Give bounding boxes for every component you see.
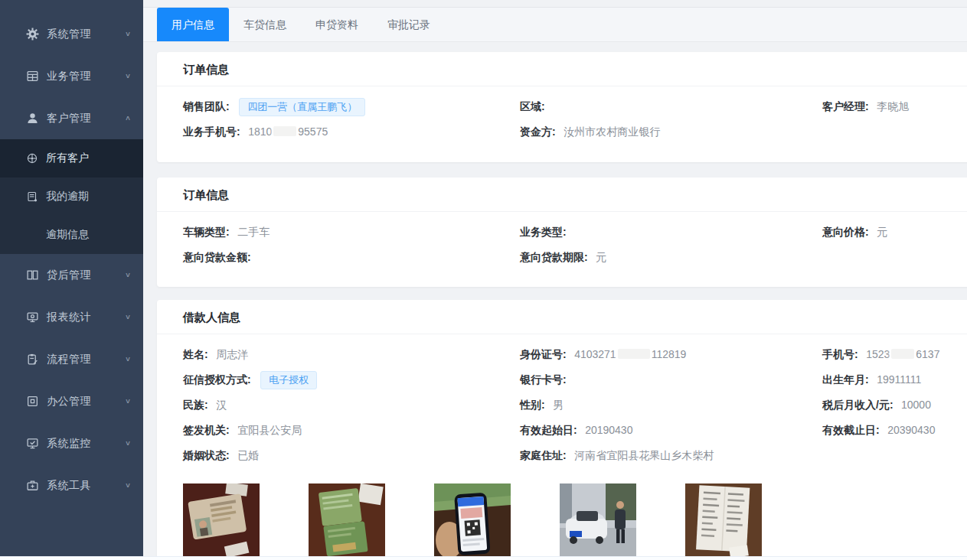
- field-value: 汉: [216, 399, 227, 411]
- field-value: 二手车: [237, 226, 270, 238]
- nested-square-icon: [26, 395, 39, 408]
- monitor-icon: [26, 311, 39, 324]
- tab-user-info[interactable]: 用户信息: [157, 8, 229, 41]
- chevron-down-icon: [125, 397, 131, 405]
- sidebar-item-system-management[interactable]: 系统管理: [0, 13, 143, 55]
- field-label: 销售团队:: [183, 100, 230, 112]
- field-label: 有效起始日:: [520, 424, 577, 436]
- field-valid-from: 有效起始日: 20190430: [520, 423, 822, 438]
- field-value: 元: [877, 226, 887, 238]
- sidebar-item-label: 系统工具: [47, 479, 125, 493]
- sidebar-item-all-customers[interactable]: 所有客户: [0, 139, 143, 177]
- credit-auth-tag: 电子授权: [260, 371, 317, 389]
- chevron-down-icon: [125, 313, 131, 321]
- field-funder: 资金方: 汝州市农村商业银行: [520, 125, 822, 139]
- field-gender: 性别: 男: [520, 398, 822, 412]
- field-label: 银行卡号:: [520, 373, 567, 386]
- sidebar-item-overdue-info[interactable]: 逾期信息: [0, 216, 143, 254]
- tab-car-loan-info[interactable]: 车贷信息: [229, 8, 301, 41]
- field-valid-to: 有效截止日: 20390430: [822, 423, 967, 438]
- sidebar-item-office-management[interactable]: 办公管理: [0, 380, 143, 422]
- sidebar-item-label: 贷后管理: [47, 269, 125, 282]
- chevron-down-icon: [125, 481, 131, 489]
- sidebar-item-process-management[interactable]: 流程管理: [0, 338, 143, 380]
- field-value: 4103271112819: [574, 348, 686, 360]
- chevron-down-icon: [125, 439, 131, 447]
- chevron-down-icon: [125, 271, 131, 278]
- field-label: 婚姻状态:: [183, 449, 230, 461]
- field-sales-team: 销售团队: 四团一营（直属王鹏飞）: [183, 98, 520, 116]
- field-label: 意向贷款金额:: [183, 251, 251, 263]
- field-label: 意向贷款期限:: [520, 251, 588, 263]
- field-value: 男: [553, 399, 564, 411]
- field-label: 业务手机号:: [183, 125, 240, 138]
- detail-tabbar: 用户信息 车贷信息 申贷资料 审批记录: [143, 7, 967, 42]
- card-title: 借款人信息: [157, 300, 967, 334]
- sidebar-item-label: 报表统计: [47, 311, 125, 324]
- sidebar-item-business-management[interactable]: 业务管理: [0, 55, 143, 97]
- field-business-phone: 业务手机号: 181095575: [183, 125, 520, 139]
- sidebar-item-customer-management[interactable]: 客户管理: [0, 97, 143, 139]
- tab-approval-records[interactable]: 审批记录: [373, 8, 445, 41]
- loan-intent-card: 订单信息 车辆类型: 二手车 业务类型: 意向价格: 元: [157, 177, 967, 287]
- field-ethnicity: 民族: 汉: [183, 398, 520, 412]
- field-monthly-income: 税后月收入/元: 10000: [822, 398, 967, 412]
- phone-authorization-photo: [434, 483, 511, 560]
- photo-person-with-car[interactable]: 人车照: [560, 483, 636, 560]
- sidebar-item-label: 系统监控: [47, 437, 125, 451]
- field-region: 区域:: [520, 99, 822, 114]
- field-label: 车辆类型:: [183, 226, 230, 238]
- document-photos: 人车照 绿本照片 授权码照: [183, 483, 967, 560]
- id-card-photo: [183, 483, 260, 560]
- grid-icon: [26, 70, 39, 83]
- field-value: 19911111: [877, 373, 921, 386]
- field-label: 税后月收入/元:: [822, 399, 893, 411]
- toolbox-plus-icon: [26, 479, 39, 492]
- ledger-icon: [26, 190, 38, 203]
- field-home-address: 家庭住址: 河南省宜阳县花果山乡木柴村: [520, 448, 822, 463]
- chevron-down-icon: [125, 72, 131, 80]
- field-value: 河南省宜阳县花果山乡木柴村: [574, 449, 714, 461]
- gear-icon: [26, 28, 39, 41]
- chevron-down-icon: [125, 30, 131, 37]
- photo-id-card[interactable]: 人车照: [183, 483, 260, 560]
- field-label: 出生年月:: [822, 373, 869, 386]
- sidebar: 系统管理 业务管理 客户管理 所有客户: [0, 0, 143, 560]
- field-label: 姓名:: [183, 348, 208, 360]
- card-title: 订单信息: [157, 52, 967, 86]
- redaction-blur: [618, 349, 650, 359]
- page: 系统管理 业务管理 客户管理 所有客户: [0, 0, 967, 560]
- sidebar-item-label: 业务管理: [47, 70, 125, 83]
- field-value: 15236137: [866, 348, 939, 360]
- field-label: 性别:: [520, 399, 545, 411]
- borrower-info-card: 借款人信息 姓名: 周志洋 身份证号: 4103271112819 手机号: 1…: [157, 300, 967, 560]
- field-bank-card: 银行卡号:: [520, 373, 822, 387]
- sidebar-item-system-monitor[interactable]: 系统监控: [0, 422, 143, 464]
- field-value: 李晓旭: [877, 100, 909, 112]
- photo-handwritten-document[interactable]: 其他材料: [685, 483, 762, 560]
- field-label: 手机号:: [822, 348, 858, 360]
- user-icon: [26, 112, 39, 125]
- field-label: 有效截止日:: [822, 424, 880, 436]
- sidebar-item-system-tools[interactable]: 系统工具: [0, 464, 143, 506]
- field-value: 元: [596, 251, 606, 263]
- photo-green-booklet[interactable]: 绿本照片: [309, 483, 385, 560]
- field-business-type: 业务类型:: [520, 225, 822, 239]
- field-vehicle-type: 车辆类型: 二手车: [183, 225, 520, 239]
- sidebar-item-label: 系统管理: [47, 28, 125, 41]
- wheel-icon: [26, 152, 38, 164]
- field-value: 10000: [901, 399, 931, 411]
- bottom-scroll-strip[interactable]: [0, 556, 967, 560]
- sidebar-item-report-statistics[interactable]: 报表统计: [0, 296, 143, 338]
- photo-authorization-qr[interactable]: 授权码照: [434, 483, 511, 560]
- tab-loan-application-materials[interactable]: 申贷资料: [301, 8, 373, 41]
- green-booklet-photo: [309, 483, 385, 560]
- field-label: 业务类型:: [520, 226, 567, 238]
- sidebar-item-label: 所有客户: [46, 151, 89, 165]
- sidebar-item-label: 客户管理: [47, 112, 125, 125]
- field-value: 周志洋: [216, 348, 248, 360]
- field-value: 20190430: [585, 424, 632, 436]
- sales-team-tag[interactable]: 四团一营（直属王鹏飞）: [239, 98, 365, 116]
- sidebar-item-postloan-management[interactable]: 贷后管理: [0, 254, 143, 296]
- sidebar-item-my-overdue[interactable]: 我的逾期: [0, 177, 143, 216]
